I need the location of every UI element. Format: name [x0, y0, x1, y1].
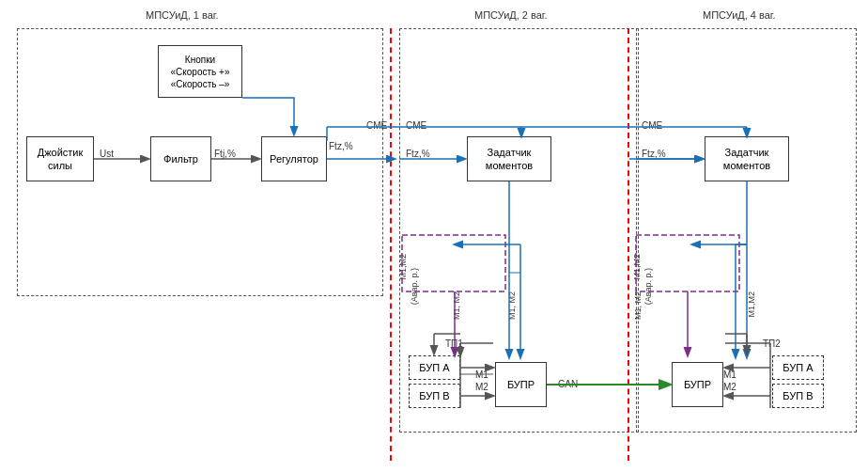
bupB2-block: БУП В [409, 384, 460, 408]
avar4-label: M1,M2 [632, 254, 642, 280]
tp2-label: ТП2 [763, 338, 781, 349]
zadatchik4-block: Задатчикмоментов [705, 136, 789, 181]
section1-label: МПСУиД, 1 ваг. [146, 9, 219, 21]
ftz2-label: Ftz,% [406, 149, 430, 159]
ust-label: Ust [100, 149, 114, 159]
cme4-label: CME [642, 120, 662, 131]
m1-label: M1 [475, 370, 488, 380]
cme1-label: CME [366, 120, 387, 131]
can-label: CAN [558, 379, 578, 389]
ftz1-label: Ftz,% [329, 141, 353, 151]
m1m2-4r-label: M1,M2 [747, 291, 756, 318]
tp1-label: ТП1 [445, 338, 463, 349]
diagram: МПСУиД, 1 ваг. МПСУиД, 2 ваг. МПСУиД, 4 … [0, 0, 868, 472]
avar4b-label: (Авар. р.) [643, 268, 653, 305]
bupA4-block: БУП А [772, 355, 824, 380]
m1m2-4-label: M1, M2 [633, 291, 643, 320]
bupB4-block: БУП В [772, 384, 824, 408]
avar2-label: M1,M2 [398, 254, 408, 280]
bupr4-block: БУПР [672, 362, 723, 407]
section2-label: МПСУиД, 2 ваг. [474, 9, 548, 21]
m1-4-label: M1 [723, 370, 736, 380]
avar2b-label: (Авар. р.) [410, 268, 419, 305]
regulator-block: Регулятор [261, 136, 327, 181]
filter-block: Фильтр [150, 136, 211, 181]
red-line-1 [390, 28, 392, 461]
bupr2-block: БУПР [495, 362, 547, 407]
joystick-block: Джойстиксилы [26, 136, 94, 181]
bupA2-block: БУП А [409, 355, 460, 380]
buttons-block: Кнопки«Скорость +»«Скорость –» [158, 45, 242, 98]
zadatchik2-block: Задатчикмоментов [467, 136, 551, 181]
m1m2-bupr2-label: M1, M2 [507, 291, 517, 320]
m2-label: M2 [475, 382, 488, 392]
ftj-label: Ftj,% [214, 149, 236, 159]
cme2-label: CME [406, 120, 426, 131]
m1m2-2-label: M1, M2 [452, 291, 461, 320]
ftz4-label: Ftz,% [642, 149, 666, 159]
m2-4-label: M2 [723, 382, 736, 392]
red-line-2 [628, 28, 629, 461]
section4-label: МПСУиД, 4 ваг. [703, 9, 776, 21]
